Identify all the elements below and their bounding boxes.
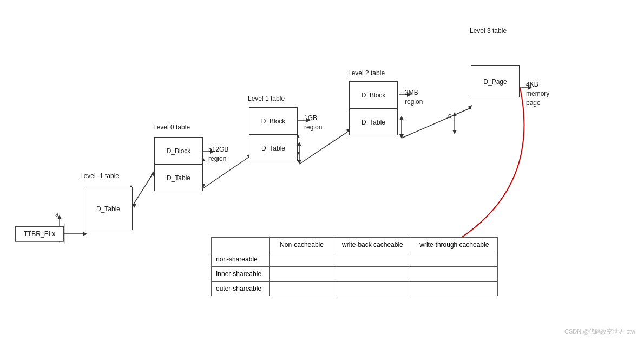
svg-line-5	[133, 173, 153, 206]
cell-os-nc	[270, 282, 334, 296]
row-d-block-1: D_Block	[249, 108, 297, 135]
cell-is-nc	[270, 267, 334, 282]
svg-text:e: e	[448, 112, 452, 120]
cell-non-shareable: non-shareable	[212, 252, 270, 267]
svg-marker-17	[297, 160, 301, 164]
row-d-table-2: D_Table	[350, 109, 397, 136]
block-table: Non-cacheable write-back cacheable write…	[211, 237, 498, 296]
box-level-3: D_Page	[471, 65, 520, 97]
diagram-container: a b c d e TTBR_ELx Level -1	[0, 0, 644, 340]
level-2-label: Level 2 table	[348, 69, 385, 77]
ttbr-label: TTBR_ELx	[15, 226, 64, 241]
svg-line-18	[299, 132, 348, 164]
svg-marker-38	[57, 215, 62, 219]
header-write-through: write-through cacheable	[411, 238, 497, 252]
svg-marker-2	[83, 232, 87, 236]
cell-is-wt	[411, 267, 497, 282]
table-row: non-shareable	[212, 252, 498, 267]
table-row: outer-shareable	[212, 282, 498, 296]
box-level-0: D_Block D_Table	[154, 137, 203, 191]
region-512gb: 512GBregion	[208, 145, 228, 164]
svg-marker-24	[399, 134, 404, 139]
svg-marker-50	[452, 112, 457, 116]
row-d-block-2: D_Block	[350, 82, 397, 109]
svg-marker-26	[468, 105, 472, 109]
row-d-block-0: D_Block	[155, 138, 202, 165]
level-3-label: Level 3 table	[470, 27, 507, 35]
region-4kb: 4KBmemorypage	[526, 80, 549, 107]
svg-marker-7	[132, 204, 136, 208]
cell-os-wt	[411, 282, 497, 296]
svg-marker-16	[297, 142, 301, 146]
level-1-label: Level 1 table	[248, 95, 285, 102]
region-2mb: 2MBregion	[405, 88, 423, 107]
box-level-neg1: D_Table	[84, 187, 133, 230]
cell-outer-shareable: outer-shareable	[212, 282, 270, 296]
header-non-cacheable: Non-cacheable	[270, 238, 334, 252]
row-d-page: D_Page	[471, 66, 519, 98]
box-level-1: D_Block D_Table	[249, 107, 298, 161]
svg-line-25	[402, 108, 470, 138]
header-write-back: write-back cacheable	[334, 238, 411, 252]
cell-ns-nc	[270, 252, 334, 267]
cell-is-wb	[334, 267, 411, 282]
row-d-table-1: D_Table	[249, 135, 297, 162]
watermark: CSDN @代码改变世界 ctw	[564, 328, 635, 336]
cell-ns-wt	[411, 252, 497, 267]
level-0-label: Level 0 table	[153, 123, 190, 131]
cell-ns-wb	[334, 252, 411, 267]
svg-marker-23	[399, 116, 404, 120]
cell-os-wb	[334, 282, 411, 296]
header-empty	[212, 238, 270, 252]
svg-text:a: a	[55, 211, 59, 218]
cell-inner-shareable: Inner-shareable	[212, 267, 270, 282]
box-level-2: D_Block D_Table	[349, 81, 398, 135]
table-header-row: Non-cacheable write-back cacheable write…	[212, 238, 498, 252]
row-d-table-neg1: D_Table	[84, 187, 132, 231]
row-d-table-0: D_Table	[155, 165, 202, 192]
level-neg1-label: Level -1 table	[80, 172, 119, 180]
region-1gb: 1GBregion	[304, 114, 322, 132]
svg-marker-51	[452, 130, 457, 134]
table-row: Inner-shareable	[212, 267, 498, 282]
